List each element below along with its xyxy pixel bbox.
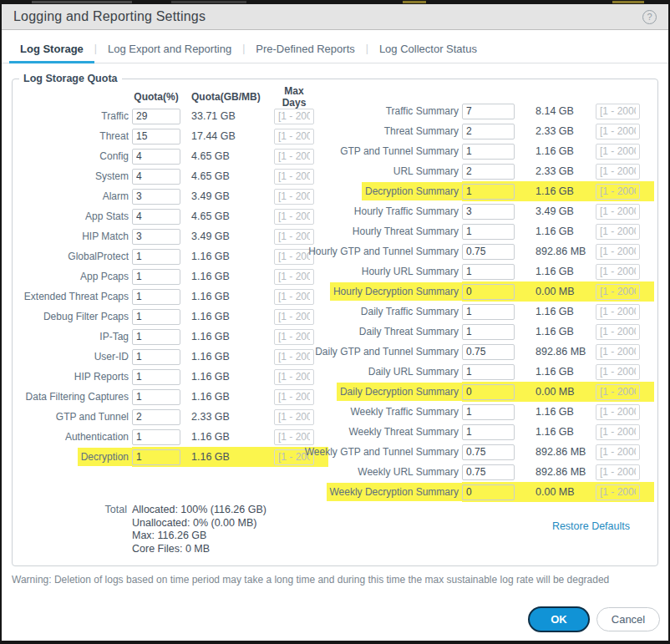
quota-percent-input[interactable] (132, 409, 180, 425)
quota-percent-input[interactable] (462, 284, 515, 300)
quota-percent-input[interactable] (132, 449, 180, 465)
quota-percent-input[interactable] (132, 249, 180, 265)
max-days-input[interactable] (274, 149, 314, 165)
quota-percent-input[interactable] (132, 309, 180, 325)
quota-row-label: Config (96, 147, 132, 165)
max-days-input[interactable] (274, 409, 314, 425)
max-days-input[interactable] (274, 389, 314, 405)
quota-percent-input[interactable] (462, 124, 515, 139)
quota-percent-input[interactable] (462, 324, 515, 340)
max-days-input[interactable] (596, 444, 640, 460)
max-days-input[interactable] (274, 189, 314, 205)
quota-percent-input[interactable] (462, 264, 515, 280)
warning-text: Warning: Deletion of logs based on time … (12, 574, 658, 586)
tab-log-collector-status[interactable]: Log Collector Status (368, 43, 488, 63)
max-days-input[interactable] (274, 329, 314, 345)
max-days-input[interactable] (596, 404, 640, 420)
logging-reporting-settings-dialog: Logging and Reporting Settings ? Log Sto… (2, 4, 668, 641)
max-days-input[interactable] (274, 169, 314, 185)
quota-percent-input[interactable] (462, 364, 515, 380)
quota-percent-input[interactable] (462, 224, 515, 240)
max-days-input[interactable] (274, 309, 314, 325)
quota-row-label: Extended Threat Pcaps (21, 287, 132, 306)
quota-percent-input[interactable] (462, 184, 515, 200)
quota-percent-input[interactable] (462, 424, 515, 440)
quota-percent-input[interactable] (462, 444, 515, 460)
max-days-input[interactable] (596, 124, 640, 139)
quota-percent-input[interactable] (462, 104, 515, 119)
max-days-input[interactable] (596, 484, 640, 500)
max-days-input[interactable] (596, 344, 640, 360)
quota-size-value: 1.16 GB (535, 426, 592, 438)
max-days-input[interactable] (596, 284, 640, 300)
max-days-input[interactable] (596, 364, 640, 380)
quota-percent-input[interactable] (132, 189, 180, 205)
max-days-input[interactable] (274, 209, 314, 225)
quota-row-label: Authentication (62, 428, 132, 446)
quota-percent-input[interactable] (462, 384, 515, 400)
quota-row-label: GTP and Tunnel Summary (337, 142, 462, 160)
quota-percent-input[interactable] (132, 229, 180, 245)
max-days-input[interactable] (274, 349, 314, 365)
quota-percent-input[interactable] (462, 344, 515, 360)
quota-percent-input[interactable] (132, 349, 180, 365)
max-days-input[interactable] (274, 269, 314, 285)
quota-percent-input[interactable] (462, 144, 515, 160)
max-days-input[interactable] (596, 264, 640, 280)
quota-row-label: Weekly Decryption Summary (327, 483, 463, 501)
quota-size-value: 1.16 GB (191, 251, 265, 262)
quota-size-value: 8.14 GB (535, 105, 592, 117)
max-days-input[interactable] (596, 304, 640, 320)
max-days-input[interactable] (596, 324, 640, 340)
cancel-button[interactable]: Cancel (596, 607, 660, 631)
quota-size-value: 892.86 MB (535, 246, 592, 257)
quota-percent-input[interactable] (132, 209, 180, 225)
quota-row-label: Traffic (98, 107, 132, 125)
quota-size-value: 1.16 GB (191, 271, 265, 282)
quota-percent-input[interactable] (462, 484, 515, 500)
help-icon[interactable]: ? (642, 10, 657, 24)
quota-percent-input[interactable] (462, 404, 515, 420)
quota-row-label: System (92, 167, 132, 185)
max-days-input[interactable] (596, 224, 640, 240)
quota-row-label: URL Summary (390, 162, 462, 180)
quota-row-label: Hourly Threat Summary (349, 222, 462, 241)
quota-percent-input[interactable] (462, 244, 515, 260)
quota-percent-input[interactable] (462, 164, 515, 180)
max-days-input[interactable] (274, 289, 314, 305)
quota-percent-input[interactable] (132, 389, 180, 405)
max-days-input[interactable] (274, 129, 314, 145)
max-days-input[interactable] (596, 164, 640, 180)
max-days-input[interactable] (596, 144, 640, 160)
quota-percent-input[interactable] (132, 169, 180, 185)
quota-percent-input[interactable] (132, 129, 180, 145)
max-days-input[interactable] (274, 369, 314, 385)
max-days-input[interactable] (596, 464, 640, 480)
quota-percent-input[interactable] (132, 329, 180, 345)
max-days-input[interactable] (596, 104, 640, 119)
tab-pre-defined-reports[interactable]: Pre-Defined Reports (245, 43, 366, 63)
max-days-input[interactable] (596, 244, 640, 260)
backdrop-artifact (171, 1, 246, 3)
quota-percent-input[interactable] (462, 204, 515, 220)
max-days-input[interactable] (596, 204, 640, 220)
max-days-input[interactable] (596, 384, 640, 400)
max-days-input[interactable] (274, 109, 314, 124)
ok-button[interactable]: OK (528, 606, 590, 632)
quota-size-value: 1.16 GB (535, 185, 592, 197)
quota-percent-input[interactable] (132, 429, 180, 445)
tab-log-export-and-reporting[interactable]: Log Export and Reporting (97, 43, 242, 63)
max-days-input[interactable] (596, 424, 640, 440)
quota-percent-input[interactable] (132, 269, 180, 285)
quota-percent-input[interactable] (132, 369, 180, 385)
quota-percent-input[interactable] (462, 464, 515, 480)
max-days-input[interactable] (596, 184, 640, 200)
quota-percent-input[interactable] (132, 109, 180, 124)
restore-defaults-link[interactable]: Restore Defaults (552, 520, 630, 532)
quota-size-value: 1.16 GB (535, 326, 592, 337)
quota-row: GlobalProtect 1.16 GB (23, 246, 328, 266)
quota-percent-input[interactable] (132, 289, 180, 305)
tab-log-storage[interactable]: Log Storage (9, 43, 94, 63)
quota-percent-input[interactable] (132, 149, 180, 165)
quota-percent-input[interactable] (462, 304, 515, 320)
